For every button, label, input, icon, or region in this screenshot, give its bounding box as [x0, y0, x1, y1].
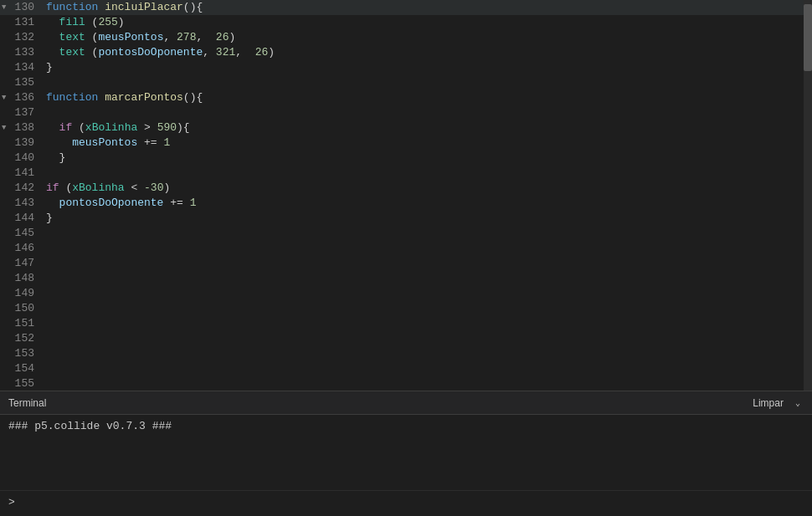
code-container: 130function incluiPlacar(){131 fill (255… [0, 0, 812, 391]
terminal-clear-button[interactable]: Limpar [748, 396, 789, 411]
line-content: text (meusPontos, 278, 26) [46, 30, 795, 45]
scrollbar-track[interactable] [804, 0, 812, 391]
editor-area: 130function incluiPlacar(){131 fill (255… [0, 0, 812, 391]
terminal-body: ### p5.collide v0.7.3 ### [0, 415, 812, 490]
line-number: 132 [0, 30, 46, 45]
line-content: text (pontosDoOponente, 321, 26) [46, 45, 795, 60]
code-line: 154 [0, 361, 812, 376]
line-number: 152 [0, 331, 46, 346]
line-number: 147 [0, 256, 46, 271]
line-number: 151 [0, 316, 46, 331]
code-line: 148 [0, 271, 812, 286]
code-line: 143 pontosDoOponente += 1 [0, 196, 812, 211]
code-line: 140 } [0, 151, 812, 166]
line-number: 148 [0, 271, 46, 286]
line-number: 131 [0, 15, 46, 30]
code-line: 136function marcarPontos(){ [0, 90, 812, 105]
line-number: 153 [0, 346, 46, 361]
scrollbar-thumb[interactable] [804, 4, 812, 71]
line-content: function incluiPlacar(){ [46, 0, 795, 15]
line-content: if (xBolinha < -30) [46, 181, 795, 196]
code-line: 132 text (meusPontos, 278, 26) [0, 30, 812, 45]
terminal-prompt-area: > [0, 490, 812, 513]
line-number: 137 [0, 105, 46, 120]
line-content: } [46, 211, 795, 226]
line-number: 139 [0, 135, 46, 151]
line-number: 143 [0, 196, 46, 211]
line-number: 133 [0, 45, 46, 60]
line-content: fill (255) [46, 15, 795, 30]
code-line: 151 [0, 316, 812, 331]
code-line: 134} [0, 60, 812, 75]
code-line: 145 [0, 226, 812, 241]
terminal-actions: Limpar ⌄ [748, 396, 804, 411]
code-line: 135 [0, 75, 812, 90]
code-line: 133 text (pontosDoOponente, 321, 26) [0, 45, 812, 60]
line-number: 144 [0, 211, 46, 226]
line-number: 138 [0, 120, 46, 135]
line-number: 145 [0, 226, 46, 241]
line-content: function marcarPontos(){ [46, 90, 795, 105]
chevron-down-icon[interactable]: ⌄ [792, 396, 804, 410]
code-line: 146 [0, 241, 812, 256]
code-line: 137 [0, 105, 812, 120]
line-number: 150 [0, 301, 46, 316]
terminal-area: Terminal Limpar ⌄ ### p5.collide v0.7.3 … [0, 391, 812, 513]
line-number: 146 [0, 241, 46, 256]
code-line: 131 fill (255) [0, 15, 812, 30]
code-line: 153 [0, 346, 812, 361]
code-line: 152 [0, 331, 812, 346]
line-content: } [46, 151, 795, 166]
line-number: 134 [0, 60, 46, 75]
code-line: 130function incluiPlacar(){ [0, 0, 812, 15]
code-line: 138 if (xBolinha > 590){ [0, 120, 812, 135]
line-content: if (xBolinha > 590){ [46, 120, 795, 135]
line-number: 154 [0, 361, 46, 376]
line-number: 135 [0, 75, 46, 90]
code-line: 147 [0, 256, 812, 271]
line-number: 142 [0, 181, 46, 196]
code-line: 142if (xBolinha < -30) [0, 181, 812, 196]
line-content: } [46, 60, 795, 75]
terminal-title: Terminal [8, 397, 46, 409]
line-number: 155 [0, 376, 46, 391]
terminal-header: Terminal Limpar ⌄ [0, 391, 812, 415]
code-line: 144} [0, 211, 812, 226]
line-number: 140 [0, 151, 46, 166]
line-content: pontosDoOponente += 1 [46, 196, 795, 211]
code-line: 150 [0, 301, 812, 316]
line-number: 136 [0, 90, 46, 105]
code-line: 141 [0, 166, 812, 181]
terminal-prompt-symbol: > [8, 496, 15, 508]
code-line: 155 [0, 376, 812, 391]
line-number: 130 [0, 0, 46, 15]
code-line: 149 [0, 286, 812, 301]
line-number: 141 [0, 166, 46, 181]
code-line: 139 meusPontos += 1 [0, 135, 812, 151]
line-content: meusPontos += 1 [46, 135, 795, 151]
terminal-output-line: ### p5.collide v0.7.3 ### [8, 420, 172, 432]
line-number: 149 [0, 286, 46, 301]
